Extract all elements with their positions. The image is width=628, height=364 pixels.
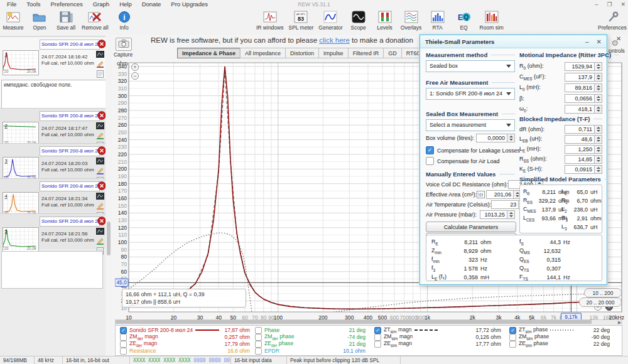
field-value[interactable]: 0,711 [565, 125, 595, 134]
minimize-icon[interactable]: – [595, 1, 598, 8]
tab-gd[interactable]: GD [383, 48, 402, 58]
checkbox-checked-icon[interactable]: ✓ [120, 327, 127, 334]
thumbnail-graph-icon[interactable] [96, 228, 104, 236]
spinner-arrows-icon[interactable] [595, 135, 602, 144]
field-value[interactable]: 1,250 [565, 145, 595, 154]
tab-filtered-ir[interactable]: Filtered IR [348, 48, 384, 58]
trace-color-pencil-icon[interactable] [96, 167, 104, 176]
calculate-parameters-button[interactable]: Calculate Parameters [426, 222, 516, 232]
spinner-field[interactable]: 1529,94 [565, 62, 602, 71]
thumbnail-graph-icon[interactable] [96, 122, 104, 131]
donate-link[interactable]: click here [319, 36, 350, 44]
capture-button[interactable] [116, 38, 132, 51]
spinner-arrows-icon[interactable] [507, 134, 515, 142]
checkbox-checked-icon[interactable]: ✓ [426, 146, 434, 154]
delete-measurement-icon[interactable] [97, 217, 106, 225]
eq-button[interactable]: EQEQ [453, 10, 475, 31]
dialog-minimize-icon[interactable]: – [585, 38, 589, 45]
measurement-name-input[interactable]: Sonido SFR 200-8 июл 24 [40, 111, 100, 121]
spinner-field[interactable]: 0,711 [565, 125, 602, 134]
field-value[interactable]: 1529,94 [565, 62, 595, 71]
spinner-field[interactable]: 201,06 [486, 190, 521, 199]
field-value[interactable]: 23 [491, 200, 519, 209]
range-preset-20-20000-button[interactable]: 20 .. 20 000 [579, 297, 622, 307]
spinner-arrows-icon[interactable] [595, 83, 602, 92]
thumbnail-graph-icon[interactable] [96, 158, 104, 166]
remove-all-button[interactable]: Remove all [82, 10, 109, 31]
spinner-arrows-icon[interactable] [595, 105, 602, 114]
field-value[interactable]: 0,0915 [565, 165, 595, 174]
checkbox-checked-icon[interactable]: ✓ [509, 327, 516, 334]
trace-color-pencil-icon[interactable] [96, 132, 104, 141]
spinner-arrows-icon[interactable] [595, 94, 602, 103]
checkbox-unchecked-icon[interactable] [120, 341, 127, 348]
preferences-button[interactable]: Preferences [598, 10, 627, 31]
dialog-close-icon[interactable]: ✕ [597, 38, 602, 45]
spinner-arrows-icon[interactable] [595, 145, 602, 154]
spinner-field[interactable]: 0,0915 [565, 165, 602, 174]
tab-all-impedance[interactable]: All Impedance [240, 48, 286, 58]
maximize-icon[interactable]: ❐ [607, 1, 612, 8]
sidebar-scrollbar-thumb[interactable] [107, 222, 111, 255]
spinner-field[interactable]: 48,6 [565, 135, 602, 144]
spinner-arrows-icon[interactable] [595, 165, 602, 174]
room-sim-button[interactable]: Room sim [480, 10, 504, 31]
menu-item-graph[interactable]: Graph [89, 0, 114, 9]
overlays-button[interactable]: Overlays [401, 10, 422, 31]
spinner-field[interactable]: 0,0656 [565, 94, 602, 103]
tab-distortion[interactable]: Distortion [285, 48, 319, 58]
trace-color-pencil-icon[interactable] [96, 60, 104, 69]
free-air-measurement-select[interactable]: 1: Sonido SFR 200-8 июл 24 [426, 88, 515, 100]
measurement-item-4[interactable]: Sonido SFR 200-8 июл 2442020,0k24.07.202… [0, 178, 106, 214]
close-icon[interactable]: ✕ [620, 1, 625, 8]
air-load-checkbox[interactable]: Compensate for Air Load [426, 156, 520, 166]
field-value[interactable]: 0,0000 [476, 134, 507, 142]
measurement-name-input[interactable]: Sonido SFR 200-8 июл 24 [40, 146, 100, 156]
checkbox-checked-icon[interactable]: ✓ [374, 327, 381, 334]
delete-measurement-icon[interactable] [97, 146, 106, 155]
measurement-item-2[interactable]: Sonido SFR 200-8 июл 2422020,0k24.07.202… [0, 108, 106, 144]
measurement-item-1[interactable]: Sonido SFR 200-8 июл 2412020,0k24.07.202… [0, 36, 106, 109]
field-value[interactable]: 1013,25 [480, 210, 507, 219]
tab-impulse[interactable]: Impulse [318, 48, 349, 58]
info-button[interactable]: iInfo [114, 10, 135, 31]
trace-color-pencil-icon[interactable] [96, 202, 104, 211]
menu-item-tools[interactable]: Tools [22, 0, 45, 9]
checkbox-unchecked-icon[interactable] [509, 334, 516, 341]
area-calculator-icon[interactable] [477, 191, 485, 198]
measurement-name-input[interactable]: Sonido SFR 200-8 июл 24 [40, 181, 100, 191]
field-value[interactable]: 89,816 [565, 83, 595, 92]
thumbnail-graph-icon[interactable] [96, 51, 104, 59]
spinner-arrows-icon[interactable] [595, 125, 602, 134]
spinner-field[interactable]: 89,816 [565, 83, 602, 92]
field-value[interactable]: 48,6 [565, 135, 595, 144]
scope-button[interactable]: Scope [348, 10, 369, 31]
menu-item-donate[interactable]: Donate [138, 0, 166, 9]
ir-windows-button[interactable]: IR windows [256, 10, 283, 31]
checkbox-unchecked-icon[interactable] [374, 334, 381, 341]
range-preset-10-200-button[interactable]: 10 .. 200 [584, 288, 622, 297]
leakage-losses-checkbox[interactable]: ✓Compensate for Leakage Losses [426, 146, 520, 155]
field-value[interactable]: 137,9 [565, 73, 595, 82]
spinner-field[interactable]: 0,0000 [476, 134, 515, 142]
menu-item-pro-upgrades[interactable]: Pro Upgrades [166, 0, 212, 9]
spinner-field[interactable]: 1,250 [565, 145, 602, 154]
measurement-item-5[interactable]: Sonido SFR 200-8 июл 2452020,0k24.07.202… [0, 213, 106, 249]
spinner-field[interactable]: 137,9 [565, 73, 602, 82]
field-value[interactable]: 14,85 [565, 155, 595, 164]
measure-button[interactable]: Measure [3, 10, 24, 31]
notes-icon[interactable] [97, 70, 104, 79]
menu-item-preferences[interactable]: Preferences [46, 0, 87, 9]
graph-scrollbar-thumb[interactable] [116, 320, 592, 324]
checkbox-unchecked-icon[interactable] [255, 334, 262, 341]
thumbnail-graph-icon[interactable] [96, 193, 104, 201]
field-value[interactable]: 418,1 [565, 105, 595, 114]
delete-measurement-icon[interactable] [97, 181, 106, 190]
checkbox-unchecked-icon[interactable] [374, 341, 381, 348]
checkbox-unchecked-icon[interactable] [255, 341, 262, 348]
spinner-field[interactable]: 1013,25 [480, 210, 515, 219]
checkbox-unchecked-icon[interactable] [255, 327, 262, 334]
checkbox-unchecked-icon[interactable] [120, 334, 127, 341]
spinner-arrows-icon[interactable] [595, 62, 602, 71]
sealed-box-measurement-select[interactable]: Select a measurement [426, 119, 515, 131]
